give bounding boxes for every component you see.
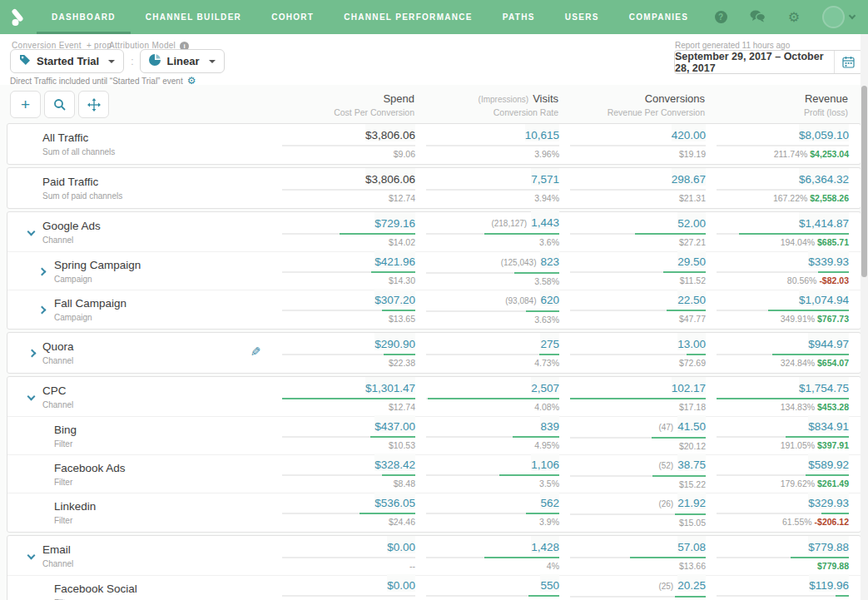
- metric-value[interactable]: 52.00: [677, 212, 706, 230]
- row-name[interactable]: Linkedin: [54, 500, 271, 513]
- row-name[interactable]: Quora: [42, 340, 271, 353]
- metric-value[interactable]: $339.93: [808, 250, 849, 268]
- metric-value[interactable]: 823: [540, 250, 559, 268]
- nav-item-channel-builder[interactable]: CHANNEL BUILDER: [131, 0, 256, 34]
- metric-value[interactable]: 275: [540, 333, 559, 350]
- edit-pencil-icon[interactable]: ✎: [250, 345, 261, 360]
- metric-value[interactable]: 10,615: [525, 124, 559, 141]
- table-row[interactable]: Spring Campaign Campaign $421.96 $14.30 …: [7, 251, 861, 290]
- nav-item-cohort[interactable]: COHORT: [256, 0, 329, 34]
- metric-value[interactable]: $0.00: [387, 574, 415, 592]
- row-name[interactable]: All Traffic: [42, 131, 271, 144]
- metric-value[interactable]: 57.08: [677, 536, 706, 553]
- metric-value[interactable]: $0.00: [387, 536, 415, 553]
- metric-value[interactable]: 620: [540, 289, 559, 306]
- metric-value[interactable]: $329.93: [808, 492, 849, 509]
- row-name[interactable]: Paid Traffic: [42, 176, 271, 188]
- table-row[interactable]: ✎ Quora Channel $290.90 $22.38 275 4.73%…: [7, 334, 861, 372]
- metric-value[interactable]: $834.91: [808, 415, 849, 433]
- metric-value[interactable]: $1,754.75: [799, 377, 849, 394]
- metric-value[interactable]: 420.00: [672, 124, 706, 141]
- nav-item-paths[interactable]: PATHS: [488, 0, 550, 34]
- metric-value[interactable]: $1,074.94: [799, 289, 849, 306]
- metric-value[interactable]: 21.92: [677, 492, 706, 509]
- table-row[interactable]: Paid Traffic Sum of paid channels $3,806…: [7, 169, 861, 207]
- nav-item-dashboard[interactable]: DASHBOARD: [37, 0, 131, 34]
- help-icon[interactable]: ?: [715, 11, 727, 23]
- table-row[interactable]: Facebook Ads Filter $328.42 $8.48 1,106 …: [7, 454, 861, 493]
- metric-value[interactable]: $536.05: [374, 492, 415, 509]
- metric-value[interactable]: 22.50: [677, 289, 706, 306]
- metric-value[interactable]: $729.16: [374, 212, 415, 230]
- conversion-event-select[interactable]: Started Trial: [10, 49, 124, 73]
- row-name[interactable]: Fall Campaign: [54, 297, 271, 310]
- row-name[interactable]: Google Ads: [42, 220, 271, 232]
- metric-value[interactable]: $437.00: [374, 415, 415, 433]
- header-revenue[interactable]: Revenue Profit (loss): [716, 90, 848, 123]
- row-name[interactable]: CPC: [42, 384, 271, 397]
- metric-value[interactable]: 1,106: [531, 454, 559, 471]
- metric-value[interactable]: $119.96: [809, 574, 849, 592]
- table-row[interactable]: Fall Campaign Campaign $307.20 $13.65 (9…: [7, 290, 861, 328]
- metric-value[interactable]: 2,507: [531, 377, 559, 394]
- metric-value[interactable]: 13.00: [677, 333, 706, 350]
- metric-value[interactable]: 298.67: [672, 168, 706, 186]
- table-row[interactable]: Email Channel $0.00 -- 1,428 4% 57.08 $1…: [7, 537, 861, 575]
- metric-value[interactable]: 839: [540, 415, 559, 433]
- nav-item-channel-performance[interactable]: CHANNEL PERFORMANCE: [329, 0, 488, 34]
- move-reorder-button[interactable]: [78, 91, 109, 118]
- metric-value[interactable]: $589.92: [808, 454, 849, 471]
- metric-value[interactable]: $1,301.47: [365, 377, 415, 394]
- metric-value[interactable]: 29.50: [677, 250, 706, 268]
- metric-value[interactable]: 41.50: [677, 415, 706, 433]
- row-name[interactable]: Facebook Ads: [54, 462, 271, 474]
- app-logo-icon[interactable]: [0, 0, 37, 34]
- metric-value[interactable]: $3,806.06: [365, 168, 415, 186]
- metric-value[interactable]: 550: [540, 574, 559, 592]
- user-menu[interactable]: [822, 6, 855, 28]
- row-name[interactable]: Spring Campaign: [54, 259, 271, 271]
- row-name[interactable]: Bing: [54, 424, 271, 436]
- add-channel-button[interactable]: +: [10, 91, 41, 118]
- metric-value[interactable]: $307.20: [374, 289, 415, 306]
- row-name[interactable]: Facebook Social: [54, 583, 271, 595]
- table-row[interactable]: Linkedin Filter $536.05 $24.46 562 3.9% …: [7, 493, 861, 531]
- nav-item-users[interactable]: USERS: [550, 0, 614, 34]
- date-range-picker[interactable]: September 29, 2017 – October 28, 2017: [674, 50, 863, 74]
- table-row[interactable]: CPC Channel $1,301.47 $12.74 2,507 4.08%…: [7, 378, 861, 416]
- metric-value[interactable]: $8,059.10: [799, 124, 849, 141]
- metric-value[interactable]: 102.17: [672, 377, 706, 394]
- header-conversions[interactable]: Conversions Revenue Per Conversion: [569, 90, 705, 123]
- metric-value[interactable]: $328.42: [374, 454, 415, 471]
- attribution-model-select[interactable]: Linear: [140, 49, 224, 73]
- metric-value[interactable]: 38.75: [677, 454, 706, 471]
- header-spend[interactable]: Spend Cost Per Conversion: [281, 90, 414, 123]
- metric-value[interactable]: $290.90: [374, 333, 415, 350]
- metric-value[interactable]: 1,428: [531, 536, 559, 553]
- metric-value[interactable]: $1,414.87: [799, 212, 849, 230]
- table-row[interactable]: Google Ads Channel $729.16 $14.02 (218,1…: [7, 213, 861, 251]
- avatar[interactable]: [822, 6, 845, 28]
- calendar-icon[interactable]: [834, 51, 862, 73]
- header-visits[interactable]: (Impressions)Visits Conversion Rate: [425, 90, 558, 123]
- table-row[interactable]: Bing Filter $437.00 $10.53 839 4.95% (47…: [7, 416, 861, 454]
- metric-value[interactable]: 562: [540, 492, 559, 509]
- metric-value[interactable]: $779.88: [808, 536, 849, 553]
- metric-value[interactable]: 7,571: [531, 168, 559, 186]
- chat-icon[interactable]: [750, 10, 766, 25]
- gear-icon[interactable]: ⚙: [788, 11, 800, 24]
- scrollbar-track[interactable]: [861, 34, 868, 600]
- metric-bar-track: [282, 513, 415, 514]
- table-row[interactable]: Facebook Social Filter $0.00 -- 550 3.68…: [7, 575, 861, 600]
- metric-value[interactable]: $6,364.32: [799, 168, 849, 186]
- table-row[interactable]: All Traffic Sum of all channels $3,806.0…: [7, 125, 861, 163]
- search-button[interactable]: [44, 91, 75, 118]
- metric-value[interactable]: $944.97: [808, 333, 849, 350]
- nav-item-companies[interactable]: COMPANIES: [614, 0, 704, 34]
- row-name[interactable]: Email: [42, 543, 271, 556]
- scrollbar-thumb[interactable]: [861, 86, 867, 277]
- metric-value[interactable]: $3,806.06: [365, 124, 415, 141]
- metric-value[interactable]: $421.96: [374, 250, 415, 268]
- metric-value[interactable]: 20.25: [677, 574, 706, 592]
- metric-value[interactable]: 1,443: [531, 211, 559, 229]
